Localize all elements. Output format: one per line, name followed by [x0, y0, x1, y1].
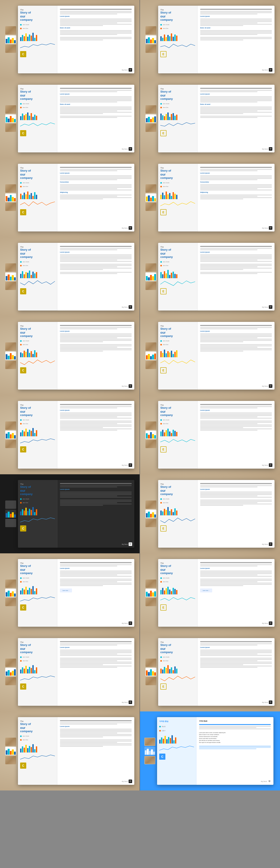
card-2-2: The Story of our company John Smith Jane…: [140, 79, 280, 158]
cell-2-1: The Story of our company John Smith Jane…: [0, 79, 140, 158]
cell-4-2: The Story of our company John Smith Jane…: [140, 237, 280, 316]
doc-right-2-1: Lorem ipsum Dolor sit amet: [57, 85, 134, 152]
doc-right-1-1: Lorem ipsum Dolor sit amet: [57, 6, 134, 73]
title-the: The: [20, 9, 55, 11]
doc-card-2-1: The Story of our company John Smith Jane…: [18, 85, 134, 152]
logo-box-outline-r: E: [160, 51, 166, 57]
card-5-2: The Story of our company John Smith Jane…: [140, 316, 280, 395]
korean-body-text: Lorem ipsum dolor sit amet, consectetur …: [199, 732, 271, 744]
card-6-2: The Story of our company John Smith Jane…: [140, 395, 280, 474]
doc-card-5-2: The Story of our company John Smith Jane…: [158, 322, 275, 390]
doc-card-6-1: The Story of our company John Smith Jane…: [18, 401, 134, 469]
title-story-r: Story of: [160, 11, 195, 14]
doc-card-9-1: The Story of our company John Smith Jane…: [18, 638, 134, 706]
logo-box: C: [20, 51, 26, 57]
author-2: Jane Doe: [23, 28, 28, 29]
title-our-r: our: [160, 14, 195, 18]
cell-1-2: The Story of our company John Smith Jane…: [140, 0, 280, 79]
card-3-2: The Story of our company John Smith Jane…: [140, 158, 280, 237]
card-6-1: The Story of our company John Smith Jane…: [0, 395, 140, 474]
doc-card-9-2: The Story of our company John Smith Jane…: [158, 638, 275, 706]
card-7-2: The Story of our company John Smith Jane…: [140, 474, 280, 553]
doc-card-1-1: The Story of our company John Smith Jane…: [18, 6, 134, 73]
cell-10-1: The Story of our company John Smith Jane…: [0, 711, 140, 790]
card-2-1: The Story of our company John Smith Jane…: [0, 79, 140, 158]
cell-6-2: The Story of our company John Smith Jane…: [140, 395, 280, 474]
cell-3-1: The Story of our company John Smith Jane…: [0, 158, 140, 237]
card-5-1: The Story of our company John Smith Jane…: [0, 316, 140, 395]
doc-left-2-2: The Story of our company John Smith Jane…: [158, 85, 198, 152]
doc-right-1-2: Lorem ipsum Dolor sit amet: [198, 6, 275, 73]
card-9-2: The Story of our company John Smith Jane…: [140, 632, 280, 711]
card-10-1: The Story of our company John Smith Jane…: [0, 711, 140, 790]
cell-4-1: The Story of our company John Smith Jane…: [0, 237, 140, 316]
cell-3-2: The Story of our company John Smith Jane…: [140, 158, 280, 237]
row-1: The Story of our company John Smith Jane…: [0, 0, 280, 79]
section-title-r1: Lorem ipsum: [200, 16, 272, 17]
brand-logo-1: 🛡: [129, 68, 132, 72]
title-company: company: [20, 18, 55, 22]
cell-9-1: The Story of our company John Smith Jane…: [0, 632, 140, 711]
row-6: The Story of our company John Smith Jane…: [0, 395, 280, 474]
doc-card-8-1: The Story of our company John Smith Jane…: [18, 559, 134, 627]
doc-left-2-1: The Story of our company John Smith Jane…: [18, 85, 57, 152]
card-8-1: The Story of our company John Smith Jane…: [0, 553, 140, 632]
section-title-2: Dolor sit amet: [60, 27, 132, 29]
section-title-1: Lorem ipsum: [60, 16, 132, 17]
doc-card-4-1: The Story of our company John Smith Jane…: [18, 243, 134, 311]
title-story: Story of: [20, 11, 55, 14]
card-9-1: The Story of our company John Smith Jane…: [0, 632, 140, 711]
section-title-r2: Dolor sit amet: [200, 27, 272, 29]
title-company-r: company: [160, 18, 195, 22]
card-3-1: The Story of our company John Smith Jane…: [0, 158, 140, 237]
brand-label-r1: My Deck: [262, 69, 268, 71]
doc-card-2-2: The Story of our company John Smith Jane…: [158, 85, 275, 152]
card-8-2: The Story of our company John Smith Jane…: [140, 553, 280, 632]
author-1: John Smith: [23, 24, 29, 25]
row-7: The Story of our company John Smith Jane…: [0, 474, 280, 553]
doc-card-4-2: The Story of our company John Smith Jane…: [158, 243, 275, 311]
korean-doc-card: 직책명 홍길 홍길동 김철수: [157, 717, 274, 785]
cell-2-2: The Story of our company John Smith Jane…: [140, 79, 280, 158]
author-r1: John Smith: [163, 24, 169, 25]
title-the-r: The: [160, 9, 195, 11]
title-our: our: [20, 14, 55, 18]
cell-10-2-korean: 직책명 홍길 홍길동 김철수: [140, 711, 280, 790]
card-4-1: The Story of our company John Smith Jane…: [0, 237, 140, 316]
brand-logo-r1: 🛡: [269, 68, 272, 72]
doc-card-7-2: The Story of our company John Smith Jane…: [158, 480, 275, 548]
doc-left-1-1: The Story of our company John Smith Jane…: [18, 6, 57, 73]
doc-left-1-2: The Story of our company John Smith Jane…: [158, 6, 198, 73]
cell-1-1: The Story of our company John Smith Jane…: [0, 0, 140, 79]
doc-card-10-1: The Story of our company John Smith Jane…: [18, 717, 134, 785]
row-9: The Story of our company John Smith Jane…: [0, 632, 280, 711]
doc-card-6-2: The Story of our company John Smith Jane…: [158, 401, 275, 469]
author-r2: Jane Doe: [163, 28, 168, 29]
row-5: The Story of our company John Smith Jane…: [0, 316, 280, 395]
brand-label-1: My Deck: [122, 69, 128, 71]
cell-8-1: The Story of our company John Smith Jane…: [0, 553, 140, 632]
doc-card-3-2: The Story of our company John Smith Jane…: [158, 164, 275, 231]
cell-7-2: The Story of our company John Smith Jane…: [140, 474, 280, 553]
row-2: The Story of our company John Smith Jane…: [0, 79, 280, 158]
card-1-1: The Story of our company John Smith Jane…: [0, 0, 140, 79]
row-8: The Story of our company John Smith Jane…: [0, 553, 280, 632]
cell-7-1: The Story of our company John Smith Jane…: [0, 474, 140, 553]
card-1-2: The Story of our company John Smith Jane…: [140, 0, 280, 79]
row-10: The Story of our company John Smith Jane…: [0, 711, 280, 790]
cell-8-2: The Story of our company John Smith Jane…: [140, 553, 280, 632]
card-4-2: The Story of our company John Smith Jane…: [140, 237, 280, 316]
korean-title: 직책명 홍길: [159, 720, 194, 722]
doc-card-1-2: The Story of our company John Smith Jane…: [158, 6, 275, 73]
cell-6-1: The Story of our company John Smith Jane…: [0, 395, 140, 474]
cell-5-1: The Story of our company John Smith Jane…: [0, 316, 140, 395]
row-4: The Story of our company John Smith Jane…: [0, 237, 280, 316]
doc-card-8-2: The Story of our company John Smith Jane…: [158, 559, 275, 627]
doc-card-5-1: The Story of our company John Smith Jane…: [18, 322, 134, 390]
row-3: The Story of our company John Smith Jane…: [0, 158, 280, 237]
doc-card-3-1: The Story of our company John Smith Jane…: [18, 164, 134, 231]
cell-5-2: The Story of our company John Smith Jane…: [140, 316, 280, 395]
korean-section-header: 직책명 홍길동: [199, 720, 271, 722]
cell-9-2: The Story of our company John Smith Jane…: [140, 632, 280, 711]
doc-right-2-2: Lorem ipsum Dolor sit amet: [198, 85, 275, 152]
